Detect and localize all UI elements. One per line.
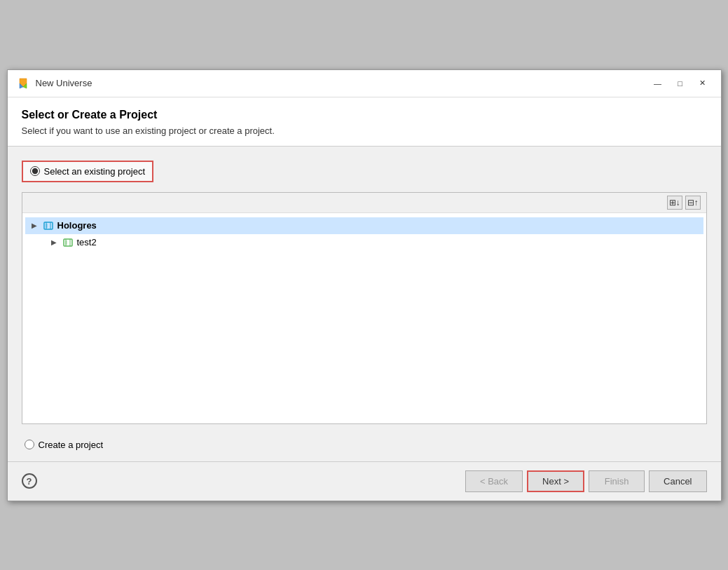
cancel-button[interactable]: Cancel bbox=[649, 470, 706, 492]
content-area: Select an existing project ⊞↓ ⊟↑ ▶ bbox=[8, 147, 721, 461]
expand-all-button[interactable]: ⊞↓ bbox=[667, 196, 682, 210]
svg-rect-10 bbox=[65, 240, 67, 245]
header-section: Select or Create a Project Select if you… bbox=[8, 97, 721, 147]
tree-item-hologres[interactable]: ▶ Hologres bbox=[25, 217, 703, 234]
create-project-option[interactable]: Create a project bbox=[22, 435, 707, 454]
back-button[interactable]: < Back bbox=[465, 470, 523, 492]
app-icon bbox=[16, 76, 30, 90]
window-controls: — □ ✕ bbox=[648, 76, 713, 91]
footer-left: ? bbox=[22, 473, 37, 489]
project-icon-test2 bbox=[62, 236, 74, 249]
tree-toolbar: ⊞↓ ⊟↑ bbox=[22, 193, 706, 213]
footer-buttons: < Back Next > Finish Cancel bbox=[465, 470, 707, 492]
help-button[interactable]: ? bbox=[22, 473, 37, 489]
svg-rect-7 bbox=[64, 239, 72, 246]
tree-item-hologres-label: Hologres bbox=[57, 220, 97, 231]
next-button[interactable]: Next > bbox=[527, 470, 584, 492]
title-bar: New Universe — □ ✕ bbox=[8, 70, 721, 97]
main-window: New Universe — □ ✕ Select or Create a Pr… bbox=[7, 69, 722, 501]
svg-rect-6 bbox=[46, 224, 48, 228]
window-title: New Universe bbox=[36, 78, 643, 88]
chevron-right-icon-test2[interactable]: ▶ bbox=[49, 238, 59, 247]
tree-item-test2[interactable]: ▶ test2 bbox=[45, 234, 703, 251]
select-existing-option[interactable]: Select an existing project bbox=[22, 161, 154, 182]
create-project-radio[interactable] bbox=[25, 440, 34, 449]
finish-button[interactable]: Finish bbox=[589, 470, 645, 492]
select-existing-radio[interactable] bbox=[30, 166, 40, 176]
chevron-right-icon[interactable]: ▶ bbox=[29, 221, 39, 231]
project-icon-hologres bbox=[42, 219, 55, 232]
select-existing-label: Select an existing project bbox=[44, 166, 146, 177]
maximize-button[interactable]: □ bbox=[671, 76, 690, 91]
collapse-all-button[interactable]: ⊟↑ bbox=[685, 196, 701, 210]
tree-content: ▶ Hologres ▶ bbox=[22, 213, 706, 423]
close-button[interactable]: ✕ bbox=[693, 76, 713, 91]
page-subtitle: Select if you want to use an existing pr… bbox=[22, 125, 707, 136]
page-title: Select or Create a Project bbox=[22, 109, 707, 121]
project-tree-container: ⊞↓ ⊟↑ ▶ Hologres bbox=[22, 192, 707, 424]
tree-item-test2-label: test2 bbox=[77, 237, 97, 247]
create-project-label: Create a project bbox=[39, 440, 104, 450]
minimize-button[interactable]: — bbox=[648, 76, 668, 91]
footer-section: ? < Back Next > Finish Cancel bbox=[8, 461, 721, 501]
svg-rect-3 bbox=[44, 222, 53, 229]
